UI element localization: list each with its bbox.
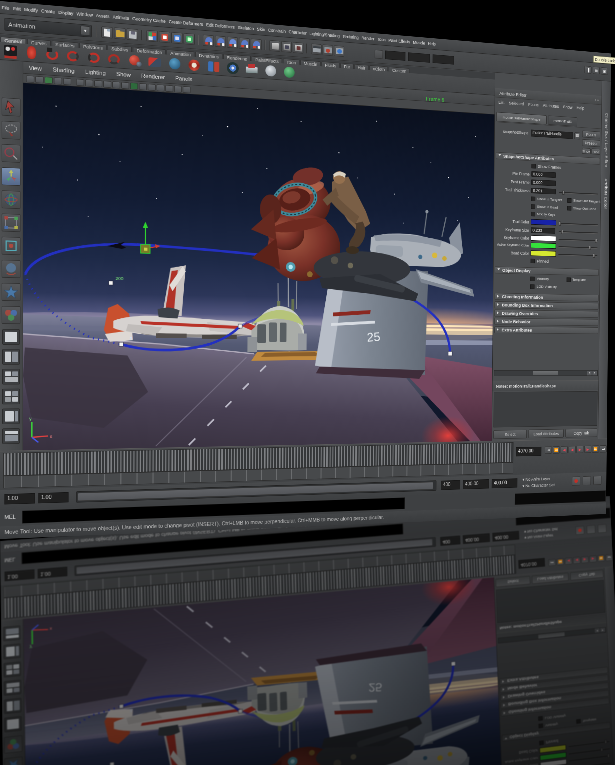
svg-text:3: 3 [130,708,133,713]
svg-text:25: 25 [368,680,382,694]
svg-text:25: 25 [366,329,380,344]
svg-text:3: 3 [130,337,133,342]
svg-text:200: 200 [116,276,124,281]
